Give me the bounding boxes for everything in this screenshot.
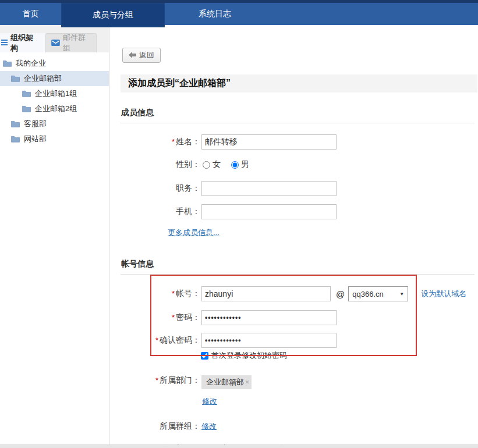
- gender-female-radio[interactable]: [203, 161, 210, 169]
- gender-male-label: 男: [241, 159, 249, 170]
- folder-icon: [11, 136, 20, 143]
- more-member-info-wrap: 更多成员信息...: [168, 227, 478, 238]
- confirm-password-input[interactable]: [201, 333, 337, 348]
- back-arrow-icon: [129, 51, 136, 60]
- department-modify-link[interactable]: 修改: [202, 397, 217, 406]
- sidebar-tab-band: 组织架构 邮件群组: [0, 25, 109, 52]
- name-row: *姓名：: [121, 134, 478, 150]
- section-header-member-info: 成员信息: [121, 108, 478, 118]
- tree-item-my-company[interactable]: 我的企业: [0, 56, 109, 71]
- sidebar-tab-org-structure[interactable]: 组织架构: [0, 33, 45, 52]
- gender-label: 性别：: [121, 159, 200, 170]
- nav-tab-system-log[interactable]: 系统日志: [165, 3, 265, 25]
- nav-tab-members-groups[interactable]: 成员与分组: [61, 3, 165, 27]
- name-label: *姓名：: [121, 137, 200, 147]
- page-title: 添加成员到“企业邮箱部”: [121, 74, 477, 93]
- account-label: *帐号：: [121, 289, 200, 299]
- job-title-input[interactable]: [201, 181, 337, 196]
- org-list-icon: [1, 38, 8, 47]
- more-member-info-link[interactable]: 更多成员信息...: [168, 228, 219, 237]
- gender-row: 性别： 女 男: [121, 159, 478, 170]
- password-label: *密码：: [121, 312, 200, 323]
- mail-icon: [51, 39, 60, 48]
- tree-item-label: 客服部: [24, 119, 47, 129]
- sidebar-tab-label: 邮件群组: [63, 33, 91, 54]
- job-title-row: 职务：: [121, 181, 478, 196]
- folder-icon: [11, 120, 20, 127]
- domain-select[interactable]: qq366.cn ▼: [348, 286, 408, 301]
- remove-tag-icon[interactable]: ×: [245, 378, 249, 386]
- section-divider: [121, 123, 475, 123]
- first-login-checkbox-label: 首次登录修改初始密码: [211, 350, 287, 361]
- folder-icon: [11, 75, 20, 82]
- domain-select-value: qq366.cn: [352, 290, 384, 298]
- group-modify-link[interactable]: 修改: [201, 421, 217, 432]
- tree-item-service-dept[interactable]: 客服部: [0, 116, 109, 131]
- main-content: 返回 添加成员到“企业邮箱部” 成员信息 *姓名： 性别： 女 男 职务： 手机…: [110, 25, 478, 445]
- chevron-down-icon: ▼: [399, 291, 404, 297]
- tree-item-mailbox-group2[interactable]: 企业邮箱2组: [0, 101, 109, 116]
- nav-tab-home[interactable]: 首页: [0, 3, 61, 25]
- set-default-domain-link[interactable]: 设为默认域名: [421, 289, 466, 299]
- password-input[interactable]: [201, 310, 337, 325]
- mobile-label: 手机：: [121, 207, 200, 217]
- required-marker: *: [172, 289, 175, 298]
- account-row: *帐号： @ qq366.cn ▼ 设为默认域名: [121, 286, 478, 301]
- mobile-row: 手机：: [121, 204, 478, 219]
- name-input[interactable]: [201, 134, 337, 150]
- required-marker: *: [172, 137, 175, 146]
- required-marker: *: [155, 376, 158, 385]
- department-modify-wrap: 修改: [202, 396, 478, 407]
- org-tree: 我的企业 企业邮箱部 企业邮箱1组 企业邮箱2组 客服部: [0, 52, 109, 147]
- sidebar-tab-mail-groups[interactable]: 邮件群组: [45, 33, 97, 52]
- department-label: *所属部门：: [121, 375, 200, 386]
- password-row: *密码：: [121, 310, 478, 325]
- required-marker: *: [172, 313, 175, 322]
- confirm-password-row: *确认密码：: [121, 333, 478, 348]
- tree-item-label: 企业邮箱2组: [35, 104, 77, 114]
- back-button[interactable]: 返回: [122, 48, 161, 63]
- tree-item-label: 我的企业: [16, 58, 46, 69]
- sidebar: 组织架构 邮件群组 我的企业 企业邮箱部 企业邮箱1组: [0, 25, 109, 445]
- required-marker: *: [155, 336, 158, 344]
- first-login-row: 首次登录修改初始密码: [201, 351, 478, 360]
- folder-icon: [22, 105, 31, 112]
- bottom-window-strip: [0, 445, 478, 448]
- back-button-label: 返回: [139, 50, 154, 61]
- tree-item-mailbox-group1[interactable]: 企业邮箱1组: [0, 86, 109, 101]
- group-row: 所属群组： 修改: [121, 422, 478, 431]
- tree-item-mailbox-dept[interactable]: 企业邮箱部: [0, 71, 109, 86]
- confirm-password-label: *确认密码：: [121, 335, 200, 346]
- tree-item-label: 网站部: [24, 134, 47, 144]
- account-input[interactable]: [201, 286, 331, 301]
- tree-item-label: 企业邮箱1组: [35, 88, 77, 99]
- section-header-account-info: 帐号信息: [121, 259, 478, 269]
- group-label: 所属群组：: [121, 421, 200, 432]
- gender-male-radio[interactable]: [231, 161, 239, 169]
- tree-item-label: 企业邮箱部: [24, 73, 62, 84]
- at-symbol: @: [336, 289, 345, 299]
- first-login-checkbox[interactable]: [201, 352, 208, 360]
- section-divider: [121, 274, 475, 275]
- folder-icon: [22, 90, 31, 97]
- tree-item-website-dept[interactable]: 网站部: [0, 131, 109, 147]
- department-row: *所属部门： 企业邮箱部 ×: [121, 375, 478, 389]
- mobile-input[interactable]: [201, 204, 337, 219]
- top-navbar: 首页 成员与分组 系统日志: [0, 3, 478, 25]
- sidebar-tab-label: 组织架构: [10, 33, 40, 54]
- department-tag: 企业邮箱部 ×: [201, 375, 252, 389]
- gender-female-label: 女: [213, 159, 221, 170]
- job-title-label: 职务：: [121, 183, 200, 194]
- folder-icon: [3, 60, 12, 67]
